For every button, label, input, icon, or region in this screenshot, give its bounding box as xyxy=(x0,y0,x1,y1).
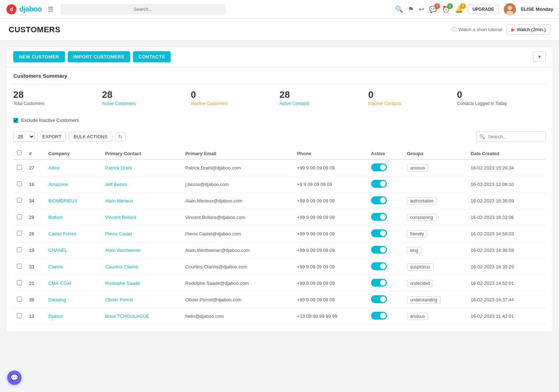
row-checkbox[interactable] xyxy=(17,297,22,302)
upgrade-button[interactable]: UPGRADE xyxy=(468,5,499,14)
total-customers-number: 28 xyxy=(13,89,95,100)
export-button[interactable]: EXPORT xyxy=(38,132,66,142)
toggle-switch[interactable] xyxy=(371,246,387,254)
summary-active-contacts[interactable]: 28 Active Contacts xyxy=(280,89,369,106)
row-active-toggle[interactable] xyxy=(371,295,387,303)
toggle-switch[interactable] xyxy=(371,163,387,171)
chat-icon[interactable]: 💬 5 xyxy=(429,5,437,13)
summary-active-customers[interactable]: 28 Active Customers xyxy=(102,89,191,106)
bulk-actions-button[interactable]: BULK ACTIONS xyxy=(69,132,112,142)
bell-icon[interactable]: 🔔 3 xyxy=(455,5,463,13)
search-icon[interactable]: 🔍 xyxy=(395,5,403,13)
row-active-toggle[interactable] xyxy=(371,180,387,188)
row-phone: +99 9 09 09 09 09 xyxy=(297,165,335,171)
topnav: d djaboo ☰ 🔍 ⚑ ↩ 💬 5 ⏰ 1 🔔 3 UPGRADE ELI xyxy=(0,0,559,19)
row-checkbox[interactable] xyxy=(17,247,22,252)
row-email: Alain.Merieux@djaboo.com xyxy=(185,198,242,204)
hamburger-icon[interactable]: ☰ xyxy=(48,5,53,13)
toggle-switch[interactable] xyxy=(371,262,387,270)
row-group: anxious xyxy=(407,164,428,172)
action-buttons-row: NEW CUSTOMER IMPORT CUSTOMERS CONTACTS ▼ xyxy=(6,47,553,67)
row-company[interactable]: BIOMÉRIEUX xyxy=(48,198,78,204)
row-contact[interactable]: Olivier Pomel xyxy=(105,297,133,302)
row-contact[interactable]: Courtins Clarins xyxy=(105,264,138,269)
logo[interactable]: d djaboo xyxy=(6,4,42,15)
row-date: 16-02-2023 14:36:59 xyxy=(471,248,514,253)
row-email: Rodolphe.Saade@djaboo.com xyxy=(185,281,249,286)
row-phone: +99 9 09 09 09 09 xyxy=(297,198,335,204)
row-contact[interactable]: Jeff Bezos xyxy=(105,182,127,187)
row-checkbox[interactable] xyxy=(17,181,22,186)
toggle-switch[interactable] xyxy=(371,180,387,188)
row-active-toggle[interactable] xyxy=(371,229,387,237)
exclude-inactive-checkbox[interactable] xyxy=(13,118,18,123)
toggle-switch[interactable] xyxy=(371,229,387,237)
row-active-toggle[interactable] xyxy=(371,312,387,320)
global-search-input[interactable] xyxy=(61,4,226,14)
bell-badge: 3 xyxy=(460,3,466,9)
contacts-today-label: Contacts Logged In Today xyxy=(457,101,539,106)
page-title: CUSTOMERS xyxy=(9,25,61,34)
row-checkbox[interactable] xyxy=(17,264,22,269)
row-company[interactable]: Amazone xyxy=(48,182,68,187)
row-checkbox[interactable] xyxy=(17,280,22,285)
select-all-checkbox[interactable] xyxy=(17,150,22,155)
toggle-switch[interactable] xyxy=(371,279,387,287)
row-active-toggle[interactable] xyxy=(371,279,387,287)
toggle-switch[interactable] xyxy=(371,295,387,303)
topnav-actions: 🔍 ⚑ ↩ 💬 5 ⏰ 1 🔔 3 UPGRADE ELISE Monday xyxy=(395,3,553,15)
flag-icon[interactable]: ⚑ xyxy=(408,5,414,13)
page-header: CUSTOMERS ⓘ Watch a short tutorial ▶ Wat… xyxy=(0,19,559,41)
table-row: 27 Altice Patrick Drahi Patrick.Drahi@dj… xyxy=(13,159,546,176)
row-email: j.bezos@djaboo.com xyxy=(185,182,229,187)
row-contact[interactable]: Vincent Bolloré xyxy=(105,215,136,220)
toggle-switch[interactable] xyxy=(371,213,387,221)
svg-point-3 xyxy=(508,6,512,10)
row-checkbox[interactable] xyxy=(17,231,22,236)
contacts-button[interactable]: CONTACTS xyxy=(133,51,171,62)
watch-button[interactable]: ▶ Watch (2min.) xyxy=(507,24,550,35)
summary-inactive-customers[interactable]: 0 Inactive Customers xyxy=(191,89,280,106)
row-checkbox[interactable] xyxy=(17,198,22,203)
row-company[interactable]: CHANEL xyxy=(48,248,67,253)
row-company[interactable]: Djaboo xyxy=(48,314,63,319)
exclude-label: Exclude Inactive Customers xyxy=(21,118,79,123)
row-active-toggle[interactable] xyxy=(371,163,387,171)
toggle-switch[interactable] xyxy=(371,196,387,204)
row-contact[interactable]: Brice TCHOULAGUE xyxy=(105,314,149,319)
row-contact[interactable]: Pierre Castel xyxy=(105,231,132,236)
row-company[interactable]: Bolloré xyxy=(48,215,63,220)
row-company[interactable]: CMA-CGM xyxy=(48,281,71,286)
avatar[interactable] xyxy=(504,3,516,15)
row-contact[interactable]: Alain Wertheimer xyxy=(105,248,141,253)
refresh-button[interactable]: ↻ xyxy=(115,132,125,142)
new-customer-button[interactable]: NEW CUSTOMER xyxy=(13,51,65,62)
row-active-toggle[interactable] xyxy=(371,246,387,254)
row-contact[interactable]: Rodolphe Saadé xyxy=(105,281,140,286)
row-checkbox[interactable] xyxy=(17,313,22,318)
row-group: authoritative xyxy=(407,197,437,205)
row-active-toggle[interactable] xyxy=(371,213,387,221)
row-company[interactable]: Altice xyxy=(48,165,60,171)
col-id: # xyxy=(25,148,45,159)
row-company[interactable]: Castel Frères xyxy=(48,231,76,236)
row-company[interactable]: Clarins xyxy=(48,264,63,269)
summary-grid: 28 Total Customers 28 Active Customers 0… xyxy=(13,84,546,106)
row-contact[interactable]: Alain Mérieux xyxy=(105,198,133,204)
row-company[interactable]: Datadog xyxy=(48,297,66,302)
filter-button[interactable]: ▼ xyxy=(533,52,546,62)
row-active-toggle[interactable] xyxy=(371,262,387,270)
row-checkbox[interactable] xyxy=(17,214,22,219)
row-checkbox[interactable] xyxy=(17,165,22,170)
per-page-select[interactable]: 25 50 100 xyxy=(13,132,35,142)
active-contacts-label: Active Contacts xyxy=(280,101,361,106)
toggle-switch[interactable] xyxy=(371,312,387,320)
share-icon[interactable]: ↩ xyxy=(419,5,424,13)
table-search-input[interactable] xyxy=(488,132,545,141)
row-contact[interactable]: Patrick Drahi xyxy=(105,165,132,171)
clock-icon[interactable]: ⏰ 1 xyxy=(442,5,450,13)
tutorial-link[interactable]: ⓘ Watch a short tutorial xyxy=(451,27,502,33)
row-active-toggle[interactable] xyxy=(371,196,387,204)
import-customers-button[interactable]: IMPORT CUSTOMERS xyxy=(68,51,130,62)
summary-inactive-contacts[interactable]: 0 Inactive Contacts xyxy=(368,89,457,106)
